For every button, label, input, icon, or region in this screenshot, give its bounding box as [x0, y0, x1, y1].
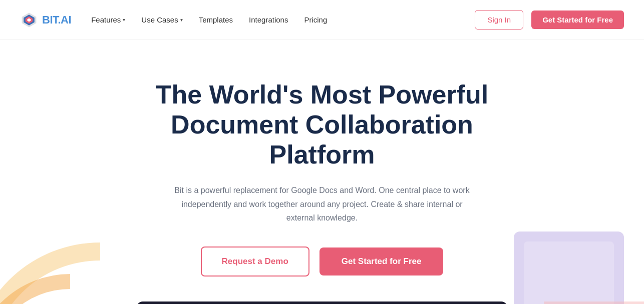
nav-use-cases[interactable]: Use Cases ▾: [141, 16, 182, 24]
navbar: BIT.AI Features ▾ Use Cases ▾ Templates: [0, 0, 644, 40]
chevron-down-icon: ▾: [123, 17, 125, 22]
logo-text: BIT.AI: [42, 14, 71, 26]
nav-templates[interactable]: Templates: [199, 16, 233, 24]
svg-rect-5: [524, 242, 614, 304]
nav-pricing[interactable]: Pricing: [304, 16, 327, 24]
chevron-down-icon: ▾: [180, 17, 183, 22]
signin-button[interactable]: Sign In: [475, 10, 523, 30]
logo-icon: [20, 11, 38, 29]
nav-integrations[interactable]: Integrations: [249, 16, 288, 24]
svg-rect-6: [544, 302, 644, 304]
get-started-hero-button[interactable]: Get Started for Free: [319, 248, 444, 276]
video-preview: ▶ ‹ ›: [137, 302, 507, 304]
hero-subtitle: Bit is a powerful replacement for Google…: [167, 184, 477, 224]
get-started-nav-button[interactable]: Get Started for Free: [531, 10, 624, 29]
navbar-left: BIT.AI Features ▾ Use Cases ▾ Templates: [20, 11, 327, 29]
nav-links: Features ▾ Use Cases ▾ Templates Integra…: [91, 16, 327, 24]
request-demo-button[interactable]: Request a Demo: [201, 246, 309, 276]
decorative-right: [494, 222, 644, 304]
decorative-circles: [0, 232, 120, 304]
navbar-right: Sign In Get Started for Free: [475, 10, 624, 30]
logo[interactable]: BIT.AI: [20, 11, 71, 29]
hero-buttons: Request a Demo Get Started for Free: [201, 246, 444, 276]
hero-title: The World's Most Powerful Document Colla…: [132, 80, 512, 170]
nav-features[interactable]: Features ▾: [91, 16, 125, 24]
hero-section: The World's Most Powerful Document Colla…: [0, 40, 644, 304]
